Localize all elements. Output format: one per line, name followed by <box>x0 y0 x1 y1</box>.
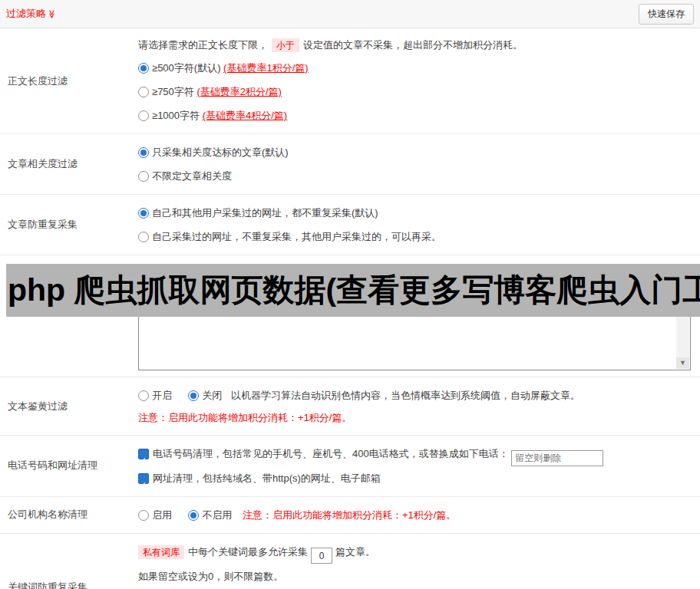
row-length-filter: 正文长度过滤 请选择需求的正文长度下限，小于设定值的文章不采集，超出部分不增加积… <box>0 28 700 134</box>
company-cleanup-off-option[interactable]: 不启用 <box>188 509 235 521</box>
porn-filter-desc: 以机器学习算法自动识别色情内容，当色情概率达到系统阈值，自动屏蔽文章。 <box>231 390 580 401</box>
page-title-text: 过滤策略 <box>6 8 46 19</box>
row-label-phone-url-cleanup: 电话号码和网址清理 <box>0 436 138 496</box>
fee-rate-4: (基础费率4积分/篇) <box>203 110 288 121</box>
collapse-chevron-icon: ≫ <box>47 10 57 19</box>
relevance-option-strict[interactable]: 只采集相关度达标的文章(默认) <box>138 146 289 158</box>
url-cleanup-checkbox-option[interactable]: 网址清理，包括纯域名、带http(s)的网址、电子邮箱 <box>138 472 381 484</box>
row-company-cleanup: 公司机构名称清理 启用 不启用 注意：启用此功能将增加积分消耗：+1积分/篇。 <box>0 497 700 534</box>
radio-icon[interactable] <box>138 171 149 182</box>
company-cleanup-on-option[interactable]: 启用 <box>138 509 175 521</box>
row-dedup-filter: 文章防重复采集 自己和其他用户采集过的网址，都不重复采集(默认) 自己采集过的网… <box>0 195 700 255</box>
radio-icon[interactable] <box>138 232 149 242</box>
row-label-company-cleanup: 公司机构名称清理 <box>0 497 138 533</box>
replacement-phone-input[interactable] <box>511 450 603 466</box>
radio-icon[interactable] <box>138 87 149 97</box>
fee-rate-1: (基础费率1积分/篇) <box>223 62 309 74</box>
fee-rate-2: (基础费率2积分/篇) <box>196 86 282 97</box>
checkbox-icon[interactable] <box>138 473 149 484</box>
scroll-down-icon[interactable]: ▼ <box>676 357 689 369</box>
row-phone-url-cleanup: 电话号码和网址清理 电话号码清理，包括常见的手机号、座机号、400电话格式，或替… <box>0 436 700 497</box>
radio-icon[interactable] <box>138 110 149 121</box>
page-title[interactable]: 过滤策略≫ <box>6 7 57 21</box>
radio-icon[interactable] <box>138 390 149 401</box>
row-label-porn-filter: 文本鉴黄过滤 <box>0 377 138 435</box>
length-option-750[interactable]: ≥750字符 <box>138 86 196 97</box>
length-filter-intro: 请选择需求的正文长度下限，小于设定值的文章不采集，超出部分不增加积分消耗。 <box>138 35 695 56</box>
length-option-500[interactable]: ≥500字符(默认) <box>138 62 223 74</box>
max-articles-count-input[interactable] <box>311 548 332 564</box>
private-lexicon-badge: 私有词库 <box>138 545 184 559</box>
row-label-length-filter: 正文长度过滤 <box>0 28 138 133</box>
row-relevance-filter: 文章相关度过滤 只采集相关度达标的文章(默认) 不限定文章相关度 <box>0 134 700 195</box>
row-label-relevance-filter: 文章相关度过滤 <box>0 134 138 194</box>
topbar: 过滤策略≫ 快速保存 <box>0 0 700 28</box>
quick-save-button[interactable]: 快速保存 <box>639 4 694 25</box>
row-keyword-dedup: 关键词防重复采集 私有词库中每个关键词最多允许采集篇文章。 如果留空或设为0，则… <box>0 534 700 589</box>
radio-icon[interactable] <box>138 63 149 74</box>
dedup-option-self-only[interactable]: 自己采集过的网址，不重复采集，其他用户采集过的，可以再采。 <box>138 231 441 242</box>
radio-icon[interactable] <box>188 390 199 401</box>
porn-filter-note: 注意：启用此功能将增加积分消耗：+1积分/篇。 <box>138 407 695 429</box>
company-cleanup-note: 注意：启用此功能将增加积分消耗：+1积分/篇。 <box>243 509 456 521</box>
length-option-1000[interactable]: ≥1000字符 <box>138 110 203 121</box>
porn-filter-off-option[interactable]: 关闭 <box>188 390 225 401</box>
keyword-dedup-line2: 如果留空或设为0，则不限篇数。 <box>138 564 695 588</box>
radio-icon[interactable] <box>188 510 199 521</box>
porn-filter-on-option[interactable]: 开启 <box>138 390 175 401</box>
dedup-option-global[interactable]: 自己和其他用户采集过的网址，都不重复采集(默认) <box>138 207 378 219</box>
radio-icon[interactable] <box>138 147 149 158</box>
row-porn-filter: 文本鉴黄过滤 开启 关闭 以机器学习算法自动识别色情内容，当色情概率达到系统阈值… <box>0 377 700 436</box>
phone-cleanup-checkbox-option[interactable]: 电话号码清理，包括常见的手机号、座机号、400电话格式，或替换成如下电话： <box>138 448 511 459</box>
less-than-badge: 小于 <box>272 38 299 52</box>
row-label-keyword-dedup: 关键词防重复采集 <box>0 534 138 589</box>
relevance-option-any[interactable]: 不限定文章相关度 <box>138 170 232 182</box>
radio-icon[interactable] <box>138 510 149 521</box>
checkbox-icon[interactable] <box>138 449 149 459</box>
row-label-dedup-filter: 文章防重复采集 <box>0 195 138 255</box>
drag-overlay-text: php 爬虫抓取网页数据(查看更多写博客爬虫入门工具 <box>6 264 700 317</box>
radio-icon[interactable] <box>138 208 149 219</box>
